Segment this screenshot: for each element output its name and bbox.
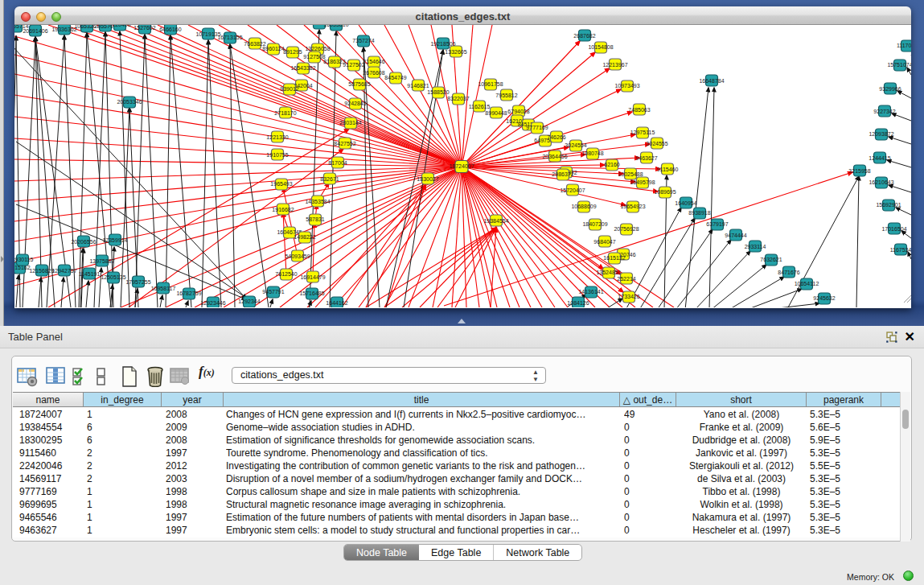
svg-text:1332605: 1332605 [445,49,466,55]
svg-text:1640954: 1640954 [675,200,696,206]
svg-text:13524851: 13524851 [596,270,621,275]
svg-text:54093459: 54093459 [285,253,310,259]
svg-text:939012: 939012 [280,86,298,92]
svg-text:3215958: 3215958 [848,168,870,174]
svg-text:9329966: 9329966 [879,86,901,92]
svg-text:12505135: 12505135 [101,274,125,280]
svg-text:20053346: 20053346 [117,99,142,105]
svg-text:15751074: 15751074 [887,62,911,68]
svg-text:5875685: 5875685 [348,81,370,87]
svg-text:9463627: 9463627 [635,155,657,161]
svg-text:7612540: 7612540 [275,271,297,277]
svg-text:12975115: 12975115 [630,130,655,135]
svg-text:20756928: 20756928 [614,226,639,232]
svg-text:16782759: 16782759 [176,290,201,296]
svg-text:1089695: 1089695 [654,189,676,195]
svg-text:12942757: 12942757 [51,268,76,274]
svg-text:18724007: 18724007 [449,163,474,169]
svg-text:8427552: 8427552 [334,141,355,146]
svg-text:12923446: 12923446 [200,300,225,306]
svg-text:10958117: 10958117 [151,286,176,291]
svg-text:16914479: 16914479 [300,274,325,280]
svg-text:2933114: 2933114 [745,244,766,249]
svg-text:1910755: 1910755 [266,152,288,158]
svg-text:10025488: 10025488 [618,171,643,177]
svg-text:2154646: 2154646 [363,59,384,64]
svg-text:1244415: 1244415 [869,155,890,161]
svg-text:1916682: 1916682 [272,207,294,212]
svg-text:1965493: 1965493 [270,181,292,187]
svg-text:16648784: 16648784 [699,78,724,84]
svg-text:9245632: 9245632 [813,295,835,301]
svg-text:3024555: 3024555 [646,141,667,146]
svg-text:8938918: 8938918 [688,210,710,216]
svg-text:18407209: 18407209 [582,221,607,227]
svg-text:9227342: 9227342 [873,109,895,114]
svg-text:17957255: 17957255 [125,279,150,285]
svg-text:17016504: 17016504 [881,226,906,232]
svg-text:7955812: 7955812 [495,93,517,98]
svg-text:1733426: 1733426 [618,294,639,299]
svg-text:8322037: 8322037 [447,96,469,101]
svg-text:1292344: 1292344 [238,299,260,304]
svg-text:9146821: 9146821 [407,83,429,89]
svg-text:1084126: 1084126 [567,300,589,306]
svg-text:7357274: 7357274 [352,38,374,43]
svg-text:9242845: 9242845 [344,101,366,106]
svg-text:1588520: 1588520 [427,89,449,95]
svg-text:2986372: 2986372 [552,171,573,177]
svg-text:10154808: 10154808 [588,44,613,50]
svg-text:1167534: 1167534 [890,247,911,253]
svg-text:10688609: 10688609 [571,204,596,209]
svg-text:10973493: 10973493 [614,83,639,89]
svg-text:20364456: 20364456 [542,154,567,159]
svg-text:20691406: 20691406 [23,28,47,34]
svg-text:16543382: 16543382 [290,65,315,71]
svg-text:9120406: 9120406 [109,25,130,27]
svg-text:16495798: 16495798 [630,179,655,185]
svg-text:8960124: 8960124 [262,46,284,51]
svg-text:19384554: 19384554 [483,218,508,224]
svg-text:13975887: 13975887 [89,258,114,264]
svg-text:9684047: 9684047 [593,239,615,245]
svg-text:20206556: 20206556 [71,239,96,245]
svg-text:16210643: 16210643 [869,179,893,185]
svg-text:15720407: 15720407 [560,187,585,193]
svg-text:1615132: 1615132 [603,255,625,261]
svg-text:9115460: 9115460 [657,167,679,172]
svg-text:17359914: 17359914 [102,237,127,243]
svg-text:62160: 62160 [604,162,620,167]
svg-text:9457791: 9457791 [262,289,284,295]
svg-text:1527602: 1527602 [133,25,155,31]
svg-text:252214: 252214 [617,276,635,282]
svg-text:1162615: 1162615 [469,104,491,109]
svg-text:12156829: 12156829 [29,268,54,274]
svg-text:16713155: 16713155 [217,35,242,40]
svg-text:832671: 832671 [320,176,339,182]
svg-text:1221330: 1221330 [266,134,288,140]
svg-text:8930115: 8930115 [14,257,33,262]
svg-text:2718170: 2718170 [274,110,296,116]
svg-text:891295: 891295 [283,49,302,55]
svg-text:1117063: 1117063 [897,43,911,48]
svg-text:7632621: 7632621 [760,257,782,262]
svg-text:10961758: 10961758 [478,81,503,87]
svg-text:12093872: 12093872 [869,131,893,137]
svg-text:14136141: 14136141 [578,289,603,295]
svg-text:1498222: 1498222 [294,234,315,240]
svg-text:2687682: 2687682 [573,33,595,39]
svg-text:16033810: 16033810 [323,25,348,27]
svg-text:19336362: 19336362 [51,27,76,32]
svg-text:587831: 587831 [306,216,324,222]
svg-text:8471676: 8471676 [778,270,799,275]
svg-text:6794028: 6794028 [507,109,529,114]
svg-text:746266: 746266 [547,134,565,140]
svg-text:6379197: 6379197 [706,221,728,227]
svg-text:8990448: 8990448 [485,110,507,116]
svg-text:10654112: 10654112 [795,281,819,286]
svg-text:9777169: 9777169 [526,125,548,130]
svg-text:1830027: 1830027 [417,176,438,182]
svg-text:14353584: 14353584 [305,199,330,204]
svg-text:1145191: 1145191 [79,271,101,277]
svg-text:2803144: 2803144 [339,120,361,126]
